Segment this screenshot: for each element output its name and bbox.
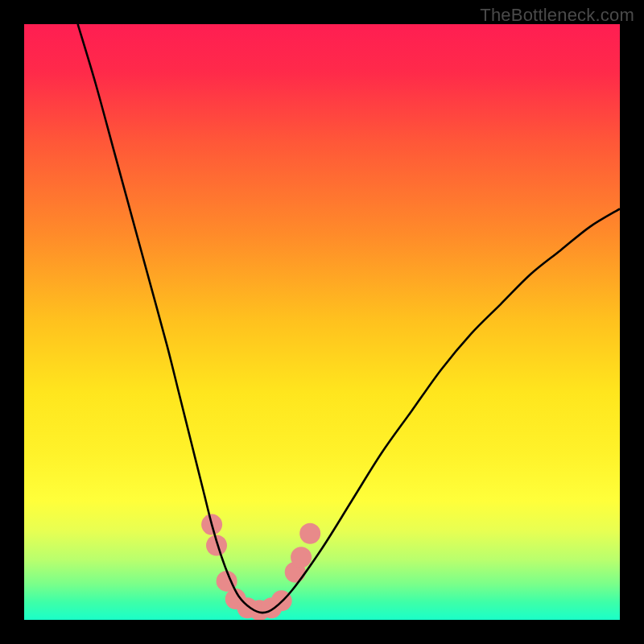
chart-frame: TheBottleneck.com (0, 0, 644, 644)
gradient-background (24, 24, 620, 620)
plot-area (24, 24, 620, 620)
chart-svg (24, 24, 620, 620)
highlight-marker (291, 547, 312, 568)
highlight-marker (299, 523, 320, 544)
watermark-text: TheBottleneck.com (480, 5, 634, 26)
